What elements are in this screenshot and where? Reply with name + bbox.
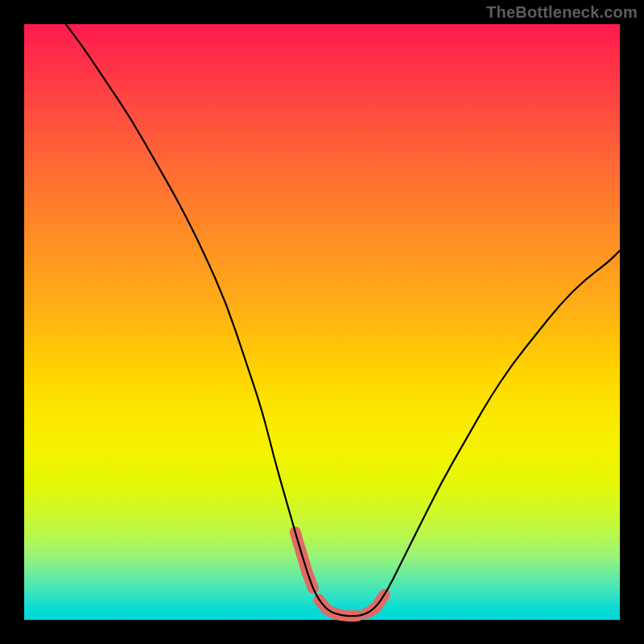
bottleneck-curve xyxy=(66,24,620,616)
curve-layer xyxy=(24,24,620,620)
plot-area xyxy=(24,24,620,620)
watermark-text: TheBottleneck.com xyxy=(486,3,638,22)
chart-frame: TheBottleneck.com xyxy=(0,0,644,644)
